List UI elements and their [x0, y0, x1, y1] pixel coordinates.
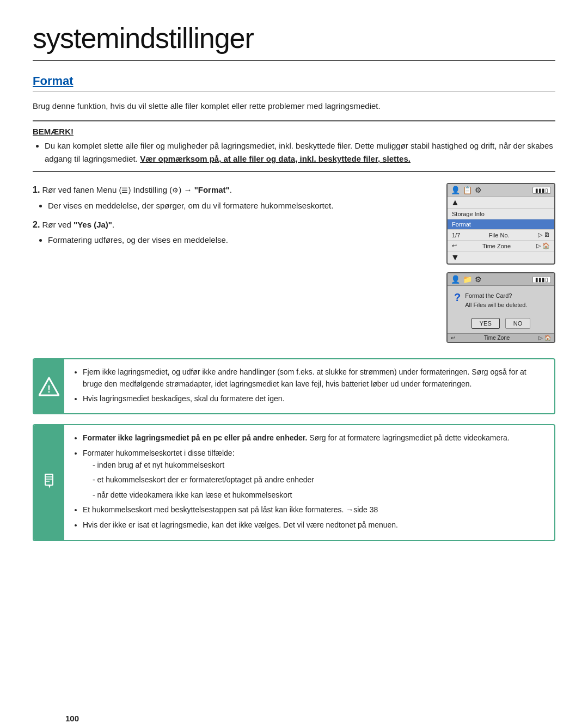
screen1-row-storage: Storage Info	[448, 209, 554, 219]
warning-item-1: Fjern ikke lagringsmediet, og udfør ikke…	[83, 366, 546, 390]
note-sub-item-2: et hukommelseskort der er formateret/opt…	[93, 474, 546, 486]
note-item-2: Formater hukommelseskortet i disse tilfæ…	[83, 447, 546, 501]
screen2-body: ? Format the Card? All Files will be del…	[448, 286, 554, 315]
screen1-pageno: 1/7	[452, 232, 460, 238]
screen2-bottombar: ↩ Time Zone ▷ 🏠	[448, 333, 554, 342]
note-sub-list: inden brug af et nyt hukommelseskort et …	[83, 459, 546, 501]
warning-content: Fjern ikke lagringsmediet, og udfør ikke…	[64, 359, 554, 413]
screen1-timezone-label: Time Zone	[482, 243, 511, 249]
screen2-bottom-back: ↩	[451, 335, 455, 341]
screen1-timezone-arrow: ▷ 🏠	[536, 242, 550, 249]
intro-text: Brug denne funktion, hvis du vil slette …	[33, 100, 555, 113]
screen2-topbar: 👤 📁 ⚙ ▮▮▮▯	[448, 273, 554, 286]
screen2-no-button[interactable]: NO	[505, 318, 531, 329]
section-title: Format	[33, 74, 555, 92]
warning-box: ! Fjern ikke lagringsmediet, og udfør ik…	[33, 358, 555, 414]
note-item-3: Et hukommelseskort med beskyttelsestappe…	[83, 504, 546, 516]
screen2-line1: Format the Card?	[465, 291, 527, 301]
steps-column: 1. Rør ved fanen Menu (☰) Indstilling (⚙…	[33, 183, 430, 252]
step-2-sub-list: Formatering udføres, og der vises en med…	[33, 234, 430, 247]
screen1-icon-menu: 📋	[463, 186, 472, 194]
step-2-sub-item: Formatering udføres, og der vises en med…	[48, 234, 430, 247]
screen2-yes-button[interactable]: YES	[471, 318, 500, 329]
screens-column: 👤 📋 ⚙ ▮▮▮▯ ▲ Storage Info Format	[446, 183, 555, 343]
screen2-line2: All Files will be deleted.	[465, 301, 527, 310]
bemærk-label: BEMÆRK!	[33, 127, 555, 136]
page-title: systemindstillinger	[33, 22, 555, 61]
warning-item-2: Hvis lagringsmediet beskadiges, skal du …	[83, 393, 546, 405]
screen1-fileno-arrow: ▷ 🖹	[538, 231, 550, 238]
bemærk-box: BEMÆRK! Du kan komplet slette alle filer…	[33, 120, 555, 172]
screen1-down-arrow: ▼	[451, 253, 460, 262]
camera-screen-1: 👤 📋 ⚙ ▮▮▮▯ ▲ Storage Info Format	[446, 183, 555, 265]
screen1-icons: 👤 📋 ⚙	[451, 186, 482, 194]
note-box: Formater ikke lagringsmediet på en pc el…	[33, 424, 555, 541]
screen2-icon-folder: 📁	[463, 275, 472, 284]
screen1-back: ↩	[452, 242, 457, 249]
step-1-sub-list: Der vises en meddelelse, der spørger, om…	[33, 199, 430, 212]
step-1-number: 1.	[33, 185, 40, 194]
screen2-icon-settings: ⚙	[475, 275, 482, 284]
screen1-fileno-label: File No.	[489, 232, 510, 238]
screen2-bottom-timezone: Time Zone	[484, 335, 510, 341]
screen2-bottom-arrow: ▷ 🏠	[538, 335, 551, 341]
bemærk-bold: Vær opmærksom på, at alle filer og data,…	[140, 154, 411, 163]
steps-and-screen: 1. Rør ved fanen Menu (☰) Indstilling (⚙…	[33, 183, 555, 343]
screen2-question-icon: ?	[454, 291, 461, 304]
step-1: 1. Rør ved fanen Menu (☰) Indstilling (⚙…	[33, 183, 430, 212]
svg-text:!: !	[47, 384, 51, 395]
bemærk-item: Du kan komplet slette alle filer og muli…	[45, 139, 555, 166]
note-pencil-svg	[41, 473, 57, 489]
screen1-icon-settings: ⚙	[475, 186, 482, 194]
pencil-icon	[41, 473, 57, 493]
screen2-battery: ▮▮▮▯	[532, 276, 551, 283]
note-item-4: Hvis der ikke er isat et lagringsmedie, …	[83, 519, 546, 531]
svg-rect-2	[45, 474, 53, 485]
screen1-topbar: 👤 📋 ⚙ ▮▮▮▯	[448, 184, 554, 197]
note-content: Formater ikke lagringsmediet på en pc el…	[64, 425, 554, 540]
note-icon-col	[34, 425, 64, 540]
screen2-icon-person: 👤	[451, 275, 460, 284]
warning-list: Fjern ikke lagringsmediet, og udfør ikke…	[73, 366, 546, 405]
camera-screen-2: 👤 📁 ⚙ ▮▮▮▯ ? Format the Card? All Files …	[446, 272, 555, 343]
step-2-number: 2.	[33, 220, 40, 229]
screen1-up-arrow: ▲	[451, 198, 460, 207]
page-number: 100	[65, 714, 79, 723]
screen2-text-block: Format the Card? All Files will be delet…	[465, 291, 527, 309]
screen1-battery: ▮▮▮▯	[532, 187, 551, 194]
warning-triangle-icon: !	[39, 377, 59, 396]
screen1-row-format: Format	[448, 219, 554, 230]
screen2-icons: 👤 📁 ⚙	[451, 275, 482, 284]
note-item-1: Formater ikke lagringsmediet på en pc el…	[83, 432, 546, 444]
svg-marker-6	[48, 485, 51, 488]
step-1-sub-item: Der vises en meddelelse, der spørger, om…	[48, 199, 430, 212]
screen2-buttons: YES NO	[448, 315, 554, 333]
warning-icon-col: !	[34, 359, 64, 413]
note-sub-item-1: inden brug af et nyt hukommelseskort	[93, 459, 546, 471]
screen1-format-label: Format	[452, 221, 471, 228]
bemærk-list: Du kan komplet slette alle filer og muli…	[33, 139, 555, 166]
note-list: Formater ikke lagringsmediet på en pc el…	[73, 432, 546, 531]
note-sub-item-3: når dette videokamera ikke kan læse et h…	[93, 489, 546, 501]
step-2-text: 2. Rør ved "Yes (Ja)".	[33, 218, 430, 232]
screen1-icon-person: 👤	[451, 186, 460, 194]
screen1-storage-label: Storage Info	[452, 211, 485, 217]
step-2: 2. Rør ved "Yes (Ja)". Formatering udfør…	[33, 218, 430, 247]
step-1-text: 1. Rør ved fanen Menu (☰) Indstilling (⚙…	[33, 183, 430, 197]
